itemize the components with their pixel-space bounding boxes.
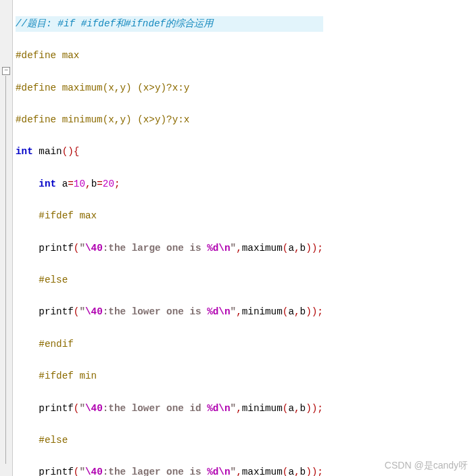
code-line: #endif: [16, 337, 323, 353]
code-line: #else: [16, 272, 323, 289]
code-line: int a=10,b=20;: [16, 176, 323, 193]
code-line: #define maximum(x,y) (x>y)?x:y: [16, 80, 323, 97]
fold-toggle-icon[interactable]: −: [2, 67, 10, 75]
code-line: //题目: #if #ifdef和#ifndef的综合运用: [16, 16, 323, 32]
code-line: printf("\40:the lower one is %d\n",minim…: [16, 304, 323, 320]
comment-text: //题目: #if #ifdef和#ifndef的综合运用: [16, 18, 213, 29]
gutter: −: [0, 0, 13, 476]
code-line: printf("\40:the lower one id %d\n",minim…: [16, 401, 323, 417]
code-line: #define max: [16, 48, 323, 64]
code-line: #ifdef min: [16, 368, 323, 385]
fold-line: [5, 76, 6, 464]
code-line: #else: [16, 433, 323, 449]
code-line: printf("\40:the lager one is %d\n",maxim…: [16, 465, 323, 476]
code-line: #define minimum(x,y) (x>y)?y:x: [16, 112, 323, 128]
code-editor: − //题目: #if #ifdef和#ifndef的综合运用 #define …: [0, 0, 476, 476]
code-line: #ifdef max: [16, 208, 323, 224]
code-area[interactable]: //题目: #if #ifdef和#ifndef的综合运用 #define ma…: [13, 0, 326, 476]
code-line: int main(){: [16, 144, 323, 160]
code-line: printf("\40:the large one is %d\n",maxim…: [16, 241, 323, 257]
